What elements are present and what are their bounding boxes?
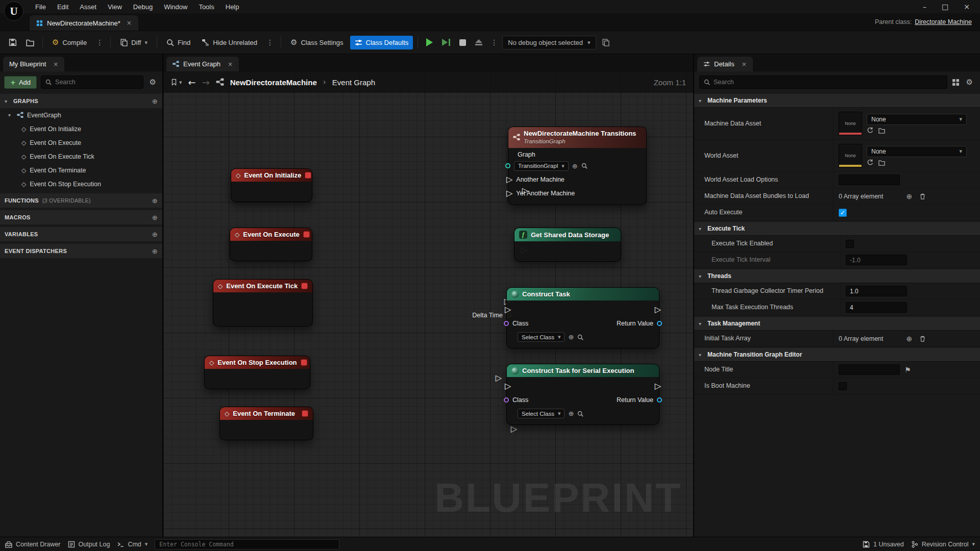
use-selected-asset-icon[interactable] bbox=[867, 127, 873, 134]
section-macros[interactable]: MACROS ⊕ bbox=[0, 210, 162, 224]
tree-item-event-on-execute-tick[interactable]: ◇ Event On Execute Tick bbox=[0, 149, 162, 163]
tree-item-event-on-execute[interactable]: ◇ Event On Execute bbox=[0, 136, 162, 149]
use-selected-asset-icon[interactable] bbox=[867, 159, 873, 166]
debug-browse-button[interactable] bbox=[598, 36, 613, 49]
node-event-on-terminate[interactable]: ◇ Event On Terminate ▷ bbox=[219, 407, 313, 440]
unsaved-button[interactable]: 1 Unsaved bbox=[863, 541, 904, 548]
node-event-on-execute-tick[interactable]: ◇ Event On Execute Tick ▷ Delta Time bbox=[213, 279, 313, 327]
select-class-dropdown[interactable]: Select Class ▾ bbox=[518, 409, 565, 418]
menu-edit[interactable]: Edit bbox=[52, 3, 74, 11]
section-execute-tick[interactable]: ▾ Execute Tick bbox=[694, 222, 980, 236]
transition-graph-dropdown[interactable]: TransitionGrapl ▾ bbox=[514, 161, 569, 171]
add-element-ic[interactable]: ⊕ bbox=[906, 192, 913, 201]
eject-button[interactable] bbox=[472, 36, 486, 48]
execute-tick-enabled-checkbox[interactable] bbox=[846, 240, 854, 248]
tree-item-event-on-initialize[interactable]: ◇ Event On Initialize bbox=[0, 122, 162, 136]
exec-out-pin[interactable]: ▷ bbox=[496, 374, 502, 382]
compile-button[interactable]: ⚙ Compile bbox=[47, 35, 91, 50]
world-asset-dropdown[interactable]: None ▾ bbox=[867, 146, 967, 157]
exec-out-pin[interactable]: ▷ bbox=[511, 425, 517, 433]
close-panel-icon[interactable]: × bbox=[53, 61, 58, 68]
add-dispatcher-icon[interactable]: ⊕ bbox=[152, 247, 158, 255]
close-tab-icon[interactable]: × bbox=[127, 19, 132, 27]
add-graph-icon[interactable]: ⊕ bbox=[152, 97, 158, 105]
content-drawer-button[interactable]: Content Drawer bbox=[5, 541, 61, 548]
find-button[interactable]: Find bbox=[162, 36, 195, 49]
class-pin[interactable] bbox=[504, 321, 509, 326]
tree-item-event-on-terminate[interactable]: ◇ Event On Terminate bbox=[0, 163, 162, 177]
section-graphs[interactable]: ▾ GRAPHS ⊕ bbox=[0, 94, 162, 108]
add-element-ic[interactable]: ⊕ bbox=[906, 335, 913, 343]
graph-pin[interactable] bbox=[505, 163, 510, 168]
use-selected-icon[interactable]: ⊕ bbox=[572, 162, 578, 170]
add-function-icon[interactable]: ⊕ bbox=[152, 197, 158, 205]
revision-control-button[interactable]: Revision Control ▾ bbox=[911, 541, 975, 548]
breadcrumb-root[interactable]: NewDirectorateMachine bbox=[230, 78, 317, 87]
close-window-icon[interactable]: × bbox=[964, 3, 970, 11]
details-settings-gear-icon[interactable]: ⚙ bbox=[964, 78, 975, 87]
cmd-dropdown[interactable]: Cmd ▾ bbox=[117, 541, 148, 548]
forward-arrow-icon[interactable]: → bbox=[202, 77, 210, 88]
panel-settings-gear-icon[interactable]: ⚙ bbox=[148, 78, 158, 87]
flag-icon[interactable]: ⚑ bbox=[904, 366, 911, 374]
class-defaults-button[interactable]: Class Defaults bbox=[350, 36, 413, 49]
class-pin[interactable] bbox=[504, 397, 509, 403]
close-panel-icon[interactable]: × bbox=[742, 61, 747, 68]
diff-button[interactable]: Diff ▾ bbox=[115, 36, 152, 49]
menu-help[interactable]: Help bbox=[220, 3, 245, 11]
unreal-engine-logo[interactable]: U bbox=[4, 2, 23, 21]
exec-out-pin[interactable]: ▷ bbox=[655, 306, 661, 314]
node-construct-task-serial[interactable]: Construct Task for Serial Execution ▷ ▷ … bbox=[506, 364, 659, 425]
class-settings-button[interactable]: ⚙ Class Settings bbox=[286, 35, 348, 50]
search-icon[interactable] bbox=[581, 163, 587, 169]
caret-down-icon[interactable]: ▾ bbox=[5, 98, 10, 104]
add-macro-icon[interactable]: ⊕ bbox=[152, 214, 158, 221]
menu-window[interactable]: Window bbox=[158, 3, 193, 11]
tab-my-blueprint[interactable]: My Blueprint × bbox=[3, 57, 64, 71]
browse-asset-button[interactable] bbox=[22, 35, 38, 49]
tab-asset-newdirectoratemachine[interactable]: NewDirectorateMachine* × bbox=[30, 15, 138, 31]
tab-details[interactable]: Details × bbox=[697, 57, 753, 71]
section-functions[interactable]: FUNCTIONS (3 OVERRIDABLE) ⊕ bbox=[0, 193, 162, 208]
tab-event-graph[interactable]: Event Graph × bbox=[166, 57, 239, 71]
return-value-pin[interactable] bbox=[657, 321, 662, 326]
my-blueprint-search-input[interactable] bbox=[55, 79, 139, 86]
bookmarks-button[interactable]: ▾ bbox=[170, 79, 182, 86]
world-asset-load-options-field[interactable] bbox=[839, 174, 900, 185]
section-task-management[interactable]: ▾ Task Management bbox=[694, 317, 980, 331]
use-selected-icon[interactable]: ⊕ bbox=[568, 333, 574, 341]
console-command-input[interactable] bbox=[155, 539, 339, 549]
search-icon[interactable] bbox=[577, 411, 583, 417]
browse-to-asset-icon[interactable] bbox=[878, 127, 885, 134]
transition-pin-icon[interactable]: ▷ bbox=[506, 176, 512, 184]
exec-in-pin[interactable]: ▷ bbox=[505, 306, 511, 314]
section-machine-parameters[interactable]: ▾ Machine Parameters bbox=[694, 94, 980, 108]
delete-elements-icon[interactable] bbox=[919, 193, 926, 199]
menu-tools[interactable]: Tools bbox=[193, 3, 219, 11]
details-search-input[interactable] bbox=[714, 79, 943, 86]
display-filter-icon[interactable] bbox=[952, 79, 960, 86]
hide-unrelated-button[interactable]: Hide Unrelated bbox=[197, 36, 262, 49]
is-boot-machine-checkbox[interactable] bbox=[839, 382, 847, 390]
caret-down-icon[interactable]: ▾ bbox=[8, 112, 13, 118]
output-log-button[interactable]: Output Log bbox=[68, 541, 110, 548]
menu-debug[interactable]: Debug bbox=[128, 3, 158, 11]
section-machine-transition-graph-editor[interactable]: ▾ Machine Transition Graph Editor bbox=[694, 348, 980, 362]
node-title-field[interactable] bbox=[839, 364, 900, 375]
return-value-pin[interactable] bbox=[657, 397, 662, 403]
debug-object-dropdown[interactable]: No debug object selected ▾ bbox=[502, 36, 596, 49]
tree-item-eventgraph[interactable]: ▾ EventGraph bbox=[0, 108, 162, 122]
section-threads[interactable]: ▾ Threads bbox=[694, 269, 980, 283]
close-tab-icon[interactable]: × bbox=[228, 61, 233, 68]
stop-button[interactable] bbox=[456, 36, 470, 49]
machine-data-asset-dropdown[interactable]: None ▾ bbox=[867, 114, 967, 125]
minimize-icon[interactable]: – bbox=[923, 3, 926, 11]
graph-canvas[interactable]: ▾ ← → NewDirectorateMachine › Event Grap… bbox=[163, 71, 693, 537]
max-task-threads-field[interactable] bbox=[846, 302, 907, 313]
section-variables[interactable]: VARIABLES ⊕ bbox=[0, 227, 162, 241]
node-event-on-execute[interactable]: ◇ Event On Execute ▷ bbox=[230, 228, 312, 261]
delete-elements-icon[interactable] bbox=[919, 335, 926, 342]
menu-asset[interactable]: Asset bbox=[74, 3, 102, 11]
parent-class-link[interactable]: Directorate Machine bbox=[915, 18, 972, 26]
search-icon[interactable] bbox=[577, 334, 583, 340]
